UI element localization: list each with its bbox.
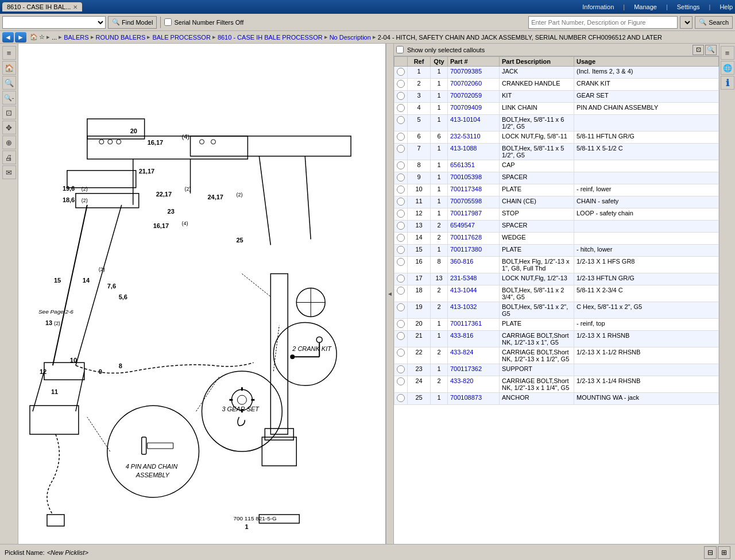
row-radio[interactable] [397,222,405,230]
cell-part[interactable]: 700117380 [448,245,500,257]
row-radio[interactable] [397,80,405,88]
row-radio[interactable] [397,377,405,385]
header-qty[interactable]: Qty [431,57,448,67]
status-maximize-icon[interactable]: ⊞ [718,546,730,559]
part-number-link[interactable]: 231-5348 [450,275,477,281]
search-button[interactable]: 🔍 Search [695,16,733,29]
callouts-zoom-icon[interactable]: 🔍 [705,45,717,55]
table-row[interactable]: 101700117348PLATE- reinf, lower [394,184,719,196]
table-row[interactable]: 41700709409LINK CHAINPIN AND CHAIN ASSEM… [394,103,719,115]
cell-part[interactable]: 360-816 [448,257,500,273]
cell-part[interactable]: 433-824 [448,347,500,364]
breadcrumb-no-desc[interactable]: No Description [330,34,371,41]
cell-part[interactable]: 6549547 [448,221,500,233]
table-row[interactable]: 222433-824CARRIAGE BOLT,Short NK, 1/2"-1… [394,347,719,364]
cell-part[interactable]: 700108873 [448,393,500,405]
right-info-icon[interactable]: ℹ [721,76,734,90]
cell-part[interactable]: 413-1088 [448,144,500,160]
breadcrumb-bale-processor[interactable]: BALE PROCESSOR [152,34,210,41]
table-row[interactable]: 121700117987STOPLOOP - safety chain [394,208,719,221]
table-row[interactable]: 182413-1044BOLT,Hex, 5/8"-11 x 2 3/4", G… [394,285,719,302]
part-number-link[interactable]: 360-816 [450,258,473,265]
sidebar-home-icon[interactable]: 🏠 [2,61,16,75]
table-row[interactable]: 11700709385JACK(Incl. Items 2, 3 & 4) [394,67,719,79]
back-button[interactable]: ◄ [2,32,14,43]
show-callouts-checkbox[interactable] [396,46,404,53]
part-number-link[interactable]: 413-1044 [450,287,477,293]
sidebar-zoom-out-icon[interactable]: 🔍- [2,91,16,105]
close-icon[interactable]: ✕ [73,4,78,10]
sidebar-print-icon[interactable]: 🖨 [2,150,16,164]
part-number-link[interactable]: 433-820 [450,377,473,384]
row-radio[interactable] [397,173,405,181]
table-row[interactable]: 1326549547SPACER [394,221,719,233]
part-number-link[interactable]: 700702059 [450,92,482,99]
breadcrumb-round-balers[interactable]: ROUND BALERS [96,34,146,41]
part-number-link[interactable]: 700709385 [450,68,482,75]
nav-manage[interactable]: Manage [634,3,657,10]
sidebar-fit-icon[interactable]: ⊡ [2,106,16,119]
cell-part[interactable]: 700702060 [448,79,500,91]
parts-table-container[interactable]: Ref Qty Part # Part Description Usage 11… [394,56,719,544]
row-radio[interactable] [397,258,405,266]
part-number-link[interactable]: 700117361 [450,320,482,327]
search-type-select[interactable] [680,16,693,29]
nav-help[interactable]: Help [719,3,733,10]
breadcrumb-8610[interactable]: 8610 - CASE IH BALE PROCESSOR [218,34,323,41]
cell-part[interactable]: 700709385 [448,67,500,79]
part-number-link[interactable]: 433-824 [450,349,473,356]
table-row[interactable]: 816561351CAP [394,160,719,172]
cell-part[interactable]: 700105398 [448,172,500,184]
part-number-link[interactable]: 413-1032 [450,303,477,310]
table-row[interactable]: 91700105398SPACER [394,172,719,184]
part-search-input[interactable] [528,16,678,29]
table-row[interactable]: 31700702059KITGEAR SET [394,91,719,103]
sidebar-select-icon[interactable]: ⊕ [2,136,16,149]
part-number-link[interactable]: 6549547 [450,222,475,229]
cell-part[interactable]: 700117987 [448,208,500,221]
table-row[interactable]: 71413-1088BOLT,Hex, 5/8"-11 x 5 1/2", G5… [394,144,719,160]
cell-part[interactable]: 700709409 [448,103,500,115]
row-radio[interactable] [397,287,405,295]
part-number-link[interactable]: 232-53110 [450,133,481,140]
table-row[interactable]: 168360-816BOLT,Hex Flg, 1/2"-13 x 1", G8… [394,257,719,273]
table-row[interactable]: 66232-53110LOCK NUT,Flg, 5/8"-115/8-11 H… [394,132,719,144]
parts-diagram[interactable]: 2 CRANK KIT 3 GEAR SET [18,44,386,544]
table-row[interactable]: 192413-1032BOLT,Hex, 5/8"-11 x 2", G5C H… [394,302,719,319]
table-row[interactable]: 242433-820CARRIAGE BOLT,Short NK, 1/2"-1… [394,376,719,393]
table-row[interactable]: 142700117628WEDGE [394,233,719,245]
row-radio[interactable] [397,198,405,206]
table-row[interactable]: 201700117361PLATE- reinf, top [394,319,719,331]
breadcrumb-star-icon[interactable]: ☆ [39,33,45,41]
sidebar-zoom-in-icon[interactable]: 🔍 [2,76,16,90]
part-number-link[interactable]: 433-816 [450,332,473,339]
sidebar-pan-icon[interactable]: ✥ [2,121,16,134]
header-desc[interactable]: Part Description [500,57,574,67]
right-globe-icon[interactable]: 🌐 [721,61,734,75]
breadcrumb-balers[interactable]: BALERS [64,34,88,41]
row-radio[interactable] [397,92,405,100]
row-radio[interactable] [397,161,405,169]
cell-part[interactable]: 433-816 [448,331,500,347]
cell-part[interactable]: 413-10104 [448,115,500,132]
sidebar-email-icon[interactable]: ✉ [2,165,16,179]
part-number-link[interactable]: 413-1088 [450,145,477,152]
cell-part[interactable]: 232-53110 [448,132,500,144]
row-radio[interactable] [397,145,405,153]
table-row[interactable]: 21700702060CRANKED HANDLECRANK KIT [394,79,719,91]
cell-part[interactable]: 6561351 [448,160,500,172]
callouts-resize-icon[interactable]: ⊡ [693,45,704,55]
header-ref[interactable]: Ref [408,57,431,67]
row-radio[interactable] [397,68,405,76]
nav-settings[interactable]: Settings [677,3,700,10]
part-number-link[interactable]: 700705598 [450,198,482,204]
part-number-link[interactable]: 700709409 [450,104,482,111]
table-row[interactable]: 111700705598CHAIN (CE)CHAIN - safety [394,196,719,208]
serial-filter-checkbox[interactable] [164,18,172,26]
nav-information[interactable]: Information [582,3,614,10]
cell-part[interactable]: 700117362 [448,364,500,376]
row-radio[interactable] [397,303,405,311]
header-part[interactable]: Part # [448,57,500,67]
row-radio[interactable] [397,349,405,357]
table-row[interactable]: 251700108873ANCHORMOUNTING WA - jack [394,393,719,405]
